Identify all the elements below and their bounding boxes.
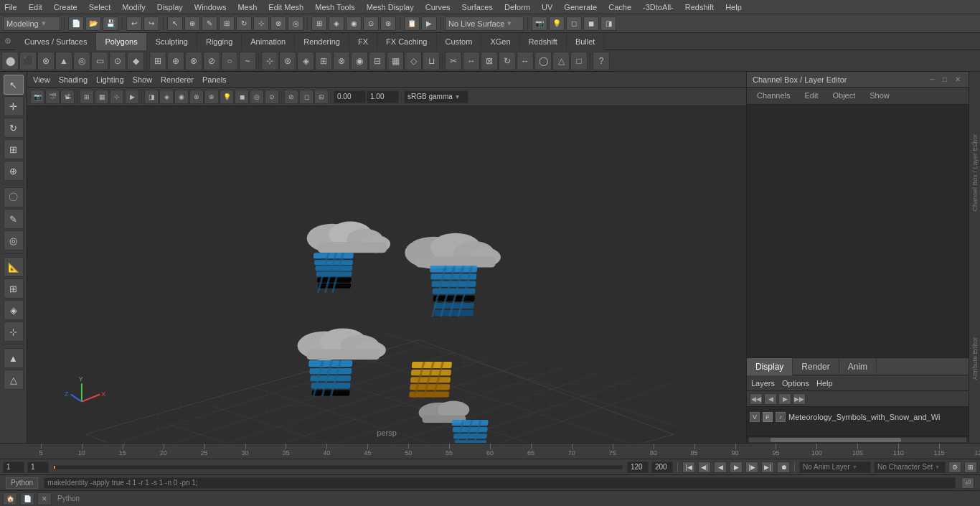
menu-generate[interactable]: Generate <box>562 3 598 11</box>
silhouette-btn[interactable]: ◼ <box>583 17 599 31</box>
pb-char-btn[interactable]: ⊞ <box>964 462 977 473</box>
tab-fx-caching[interactable]: FX Caching <box>377 33 436 50</box>
python-enter-btn[interactable]: ⏎ <box>961 477 974 489</box>
vp-grid-btn[interactable]: ⊞ <box>80 90 94 104</box>
rotate-btn[interactable]: ↻ <box>236 17 252 31</box>
vp-ghost-btn[interactable]: ⊟ <box>314 90 329 104</box>
vp-film-btn[interactable]: 🎬 <box>45 90 60 104</box>
frame-current[interactable]: 1 <box>3 462 24 473</box>
lights-btn[interactable]: 💡 <box>549 17 565 31</box>
layer-fwd-btn[interactable]: ▶ <box>778 393 791 405</box>
render-btn[interactable]: ▶ <box>421 17 437 31</box>
menu-help[interactable]: Help <box>724 3 743 11</box>
panel-float-btn[interactable]: □ <box>940 75 950 85</box>
vp-light-btn[interactable]: 💡 <box>220 90 234 104</box>
layers-options-label[interactable]: Options <box>782 379 809 388</box>
ico-curve[interactable]: ~ <box>239 52 256 70</box>
vp-menu-show[interactable]: Show <box>133 75 153 84</box>
tool-snap[interactable]: ⊹ <box>4 322 24 342</box>
pb-step-fwd-btn[interactable]: |▶ <box>745 462 758 473</box>
menu-edit-mesh[interactable]: Edit Mesh <box>267 3 305 11</box>
ico-mirror[interactable]: ⊟ <box>369 52 386 70</box>
bottom-home-btn[interactable]: 🏠 <box>3 492 17 505</box>
vert-label-ae[interactable]: Attribute Editor <box>971 337 979 380</box>
universal-manip-btn[interactable]: ⊗ <box>270 17 286 31</box>
vert-label-cb[interactable]: Channel Box / Layer Editor <box>971 134 979 212</box>
tool-obj1[interactable]: ▲ <box>4 348 24 368</box>
tool-select[interactable]: ↖ <box>4 75 24 95</box>
vp-xray-btn[interactable]: ◻ <box>299 90 314 104</box>
vp-ao-btn[interactable]: ◎ <box>250 90 264 104</box>
vp-isolate-btn[interactable]: ⊘ <box>284 90 298 104</box>
menu-file[interactable]: File <box>3 3 19 11</box>
pb-settings-btn[interactable]: ⚙ <box>948 462 961 473</box>
ico-quadrangulate[interactable]: □ <box>570 52 588 70</box>
vp-menu-renderer[interactable]: Renderer <box>161 75 194 84</box>
tab-sculpting[interactable]: Sculpting <box>147 33 197 50</box>
vp-shading1-btn[interactable]: ◨ <box>144 90 159 104</box>
snap-grid-btn[interactable]: ⊞ <box>311 17 327 31</box>
anim-layer-dropdown[interactable]: No Anim Layer ▾ <box>799 462 871 473</box>
ico-combine[interactable]: ⊞ <box>315 52 332 70</box>
snap-point-btn[interactable]: ◉ <box>346 17 362 31</box>
cameras-btn[interactable]: 📷 <box>532 17 547 31</box>
tool-move[interactable]: ✛ <box>4 96 24 116</box>
scale-btn[interactable]: ⊹ <box>253 17 269 31</box>
vp-menu-lighting[interactable]: Lighting <box>96 75 124 84</box>
move-btn[interactable]: ⊞ <box>219 17 235 31</box>
vp-camera-btn[interactable]: 📷 <box>30 90 44 104</box>
menu-mesh-tools[interactable]: Mesh Tools <box>314 3 356 11</box>
ico-wedge[interactable]: ⊔ <box>423 52 440 70</box>
tool-multi[interactable]: ⊕ <box>4 161 24 181</box>
vp-menu-view[interactable]: View <box>33 75 50 84</box>
frame-end[interactable]: 120 <box>627 462 649 473</box>
redo-btn[interactable]: ↪ <box>143 17 159 31</box>
tab-rendering[interactable]: Rendering <box>295 33 349 50</box>
tab-xgen[interactable]: XGen <box>481 33 519 50</box>
menu-display[interactable]: Display <box>156 3 184 11</box>
ico-sphere[interactable]: ⬤ <box>1 52 19 70</box>
undo-btn[interactable]: ↩ <box>126 17 142 31</box>
vp-cam-val2[interactable] <box>367 90 399 103</box>
range-end[interactable]: 200 <box>651 462 673 473</box>
cb-tab-object[interactable]: Object <box>825 88 862 104</box>
ico-extrude[interactable]: ⊹ <box>261 52 278 70</box>
viewport-main[interactable]: X Y Z persp <box>27 106 746 443</box>
new-scene-btn[interactable]: 📄 <box>68 17 84 31</box>
menu-select[interactable]: Select <box>88 3 113 11</box>
tool-insert[interactable]: ⊞ <box>4 278 24 299</box>
ico-nurbs-cube[interactable]: ⊗ <box>185 52 202 70</box>
snap-surface-btn[interactable]: ⊙ <box>363 17 379 31</box>
tool-scale[interactable]: ⊞ <box>4 139 24 159</box>
history-btn[interactable]: 📋 <box>404 17 420 31</box>
ico-offset[interactable]: ⊠ <box>481 52 498 70</box>
layers-tab-display[interactable]: Display <box>747 358 793 375</box>
tab-settings-btn[interactable]: ⚙ <box>0 34 16 50</box>
vp-shading4-btn[interactable]: ⊗ <box>189 90 204 104</box>
ico-plane[interactable]: ▭ <box>91 52 108 70</box>
layer-add-btn[interactable]: ◀◀ <box>750 393 763 405</box>
pb-play-fwd-btn[interactable]: ▶ <box>730 462 743 473</box>
layer-icon-0[interactable]: / <box>776 412 786 422</box>
vp-playback-btn[interactable]: ▶ <box>125 90 139 104</box>
tool-measure[interactable]: 📐 <box>4 257 24 277</box>
cb-tab-show[interactable]: Show <box>862 88 897 104</box>
paint-tool-btn[interactable]: ✎ <box>202 17 217 31</box>
menu-edit[interactable]: Edit <box>27 3 44 11</box>
ico-boolean[interactable]: ⊗ <box>333 52 350 70</box>
ico-spin[interactable]: ↻ <box>499 52 516 70</box>
soft-mod-btn[interactable]: ◎ <box>288 17 303 31</box>
vp-menu-panels[interactable]: Panels <box>202 75 227 84</box>
timeline-ruler[interactable]: 5101520253035404550556065707580859095100… <box>0 444 980 459</box>
menu-mesh-display[interactable]: Mesh Display <box>365 3 415 11</box>
vp-hud-btn[interactable]: ▦ <box>95 90 109 104</box>
tool-soft-select[interactable]: ◎ <box>4 230 24 250</box>
ico-disc[interactable]: ⊙ <box>109 52 126 70</box>
mesh-vis-btn[interactable]: ◻ <box>566 17 582 31</box>
vp-shading2-btn[interactable]: ◈ <box>159 90 174 104</box>
snap-live-btn[interactable]: ⊛ <box>380 17 396 31</box>
ico-nurbs-circle[interactable]: ○ <box>221 52 238 70</box>
ico-smooth[interactable]: ◉ <box>351 52 368 70</box>
menu-redshift[interactable]: Redshift <box>684 3 715 11</box>
vp-shadow-btn[interactable]: ◼ <box>235 90 249 104</box>
